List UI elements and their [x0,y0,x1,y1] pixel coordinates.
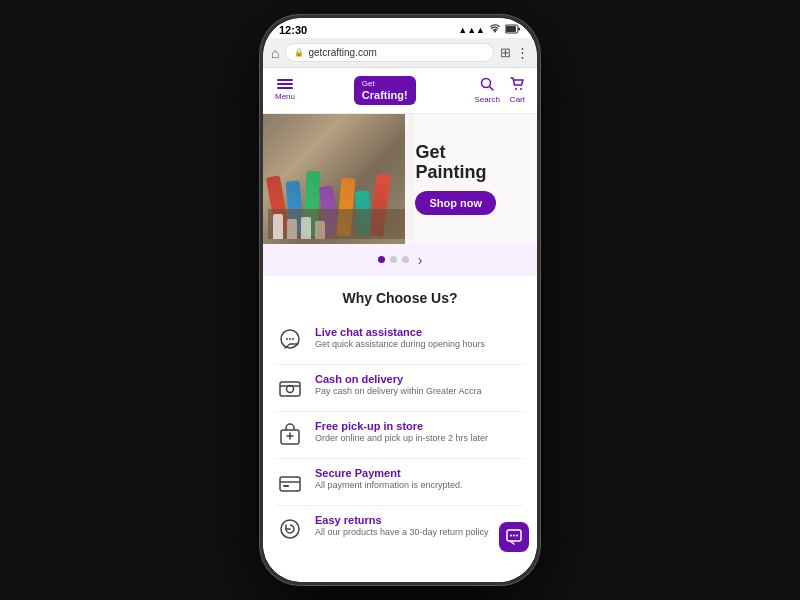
hamburger-line-1 [277,79,293,81]
wifi-icon [489,24,501,36]
svg-point-20 [510,535,512,537]
hero-text-area: Get Painting Shop now [405,114,537,244]
search-icon [480,77,494,94]
feature-secure-payment: Secure Payment All payment information i… [275,459,525,506]
lock-icon: 🔒 [294,48,304,57]
carousel-dot-2[interactable] [390,256,397,263]
svg-rect-1 [506,26,516,32]
cash-delivery-icon [275,373,305,403]
url-bar[interactable]: 🔒 getcrafting.com [285,43,494,62]
carousel-next-arrow[interactable]: › [418,252,423,268]
status-icons: ▲▲▲ [458,24,521,36]
home-icon[interactable]: ⌂ [271,45,279,61]
hero-banner: Get Painting Shop now [263,114,537,244]
svg-rect-11 [280,382,300,396]
logo-get-text: Get [362,80,408,89]
secure-payment-name: Secure Payment [315,467,463,479]
live-chat-desc: Get quick assistance during opening hour… [315,339,485,351]
hamburger-line-3 [277,87,293,89]
live-chat-text: Live chat assistance Get quick assistanc… [315,326,485,351]
hero-image [263,114,414,244]
easy-returns-desc: All our products have a 30-day return po… [315,527,489,539]
cash-delivery-desc: Pay cash on delivery within Greater Accr… [315,386,482,398]
signal-icon: ▲▲▲ [458,25,485,35]
secure-payment-icon [275,467,305,497]
url-text: getcrafting.com [308,47,376,58]
feature-pickup: Free pick-up in store Order online and p… [275,412,525,459]
browser-actions: ⊞ ⋮ [500,45,529,60]
why-title: Why Choose Us? [275,290,525,306]
secure-payment-desc: All payment information is encrypted. [315,480,463,492]
menu-label: Menu [275,92,295,101]
status-time: 12:30 [279,24,307,36]
svg-point-5 [515,88,517,90]
website-content: Menu Get Crafting! Search [263,68,537,582]
phone-frame: 12:30 ▲▲▲ ⌂ 🔒 getcrafting.com ⊞ ⋮ [260,15,540,585]
cart-nav-item[interactable]: Cart [510,77,525,104]
carousel-dot-1[interactable] [378,256,385,263]
live-chat-name: Live chat assistance [315,326,485,338]
nav-actions: Search Cart [475,77,525,104]
cart-label: Cart [510,95,525,104]
cash-delivery-text: Cash on delivery Pay cash on delivery wi… [315,373,482,398]
svg-point-9 [289,338,291,340]
easy-returns-text: Easy returns All our products have a 30-… [315,514,489,539]
hero-title: Get Painting [415,143,486,183]
site-nav: Menu Get Crafting! Search [263,68,537,114]
chat-fab-button[interactable] [499,522,529,552]
search-nav-item[interactable]: Search [475,77,500,104]
battery-icon [505,24,521,36]
svg-line-4 [490,86,494,90]
pickup-desc: Order online and pick up in-store 2 hrs … [315,433,488,445]
pickup-icon [275,420,305,450]
shop-now-button[interactable]: Shop now [415,191,496,215]
carousel-dots: › [263,244,537,276]
svg-rect-15 [280,477,300,491]
why-choose-us-section: Why Choose Us? Live chat assistance Get … [263,276,537,560]
site-logo[interactable]: Get Crafting! [354,76,416,105]
tab-switcher-icon[interactable]: ⊞ [500,45,511,60]
feature-cash-delivery: Cash on delivery Pay cash on delivery wi… [275,365,525,412]
phone-screen: 12:30 ▲▲▲ ⌂ 🔒 getcrafting.com ⊞ ⋮ [263,18,537,582]
svg-rect-2 [518,28,520,31]
search-label: Search [475,95,500,104]
svg-point-22 [516,535,518,537]
hamburger-menu[interactable]: Menu [275,79,295,101]
live-chat-icon [275,326,305,356]
feature-easy-returns: Easy returns All our products have a 30-… [275,506,525,552]
browser-bar: ⌂ 🔒 getcrafting.com ⊞ ⋮ [263,38,537,68]
svg-point-8 [286,338,288,340]
svg-point-21 [513,535,515,537]
svg-point-10 [292,338,294,340]
cash-delivery-name: Cash on delivery [315,373,482,385]
status-bar: 12:30 ▲▲▲ [263,18,537,38]
carousel-dot-3[interactable] [402,256,409,263]
logo-crafting-text: Crafting! [362,89,408,101]
pickup-name: Free pick-up in store [315,420,488,432]
more-options-icon[interactable]: ⋮ [516,45,529,60]
secure-payment-text: Secure Payment All payment information i… [315,467,463,492]
hamburger-line-2 [277,83,293,85]
easy-returns-name: Easy returns [315,514,489,526]
feature-live-chat: Live chat assistance Get quick assistanc… [275,318,525,365]
easy-returns-icon [275,514,305,544]
pickup-text: Free pick-up in store Order online and p… [315,420,488,445]
cart-icon [510,77,524,94]
svg-point-6 [520,88,522,90]
